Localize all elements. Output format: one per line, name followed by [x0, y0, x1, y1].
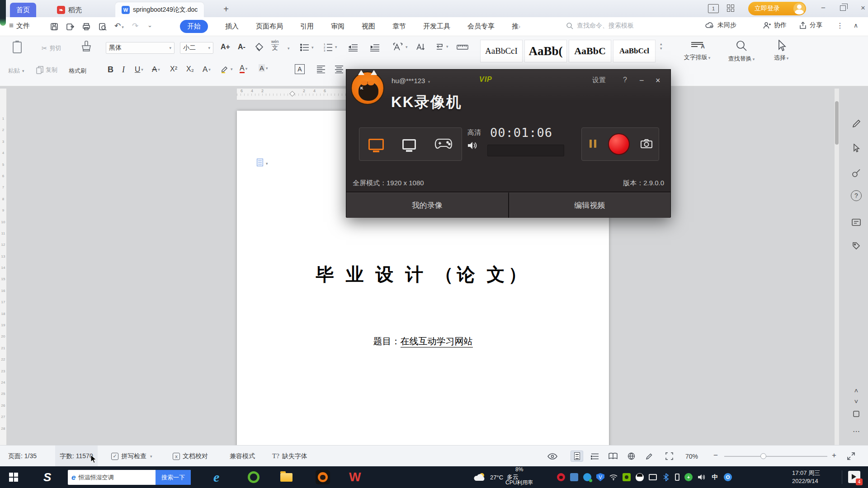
tray-wifi-icon[interactable]	[609, 473, 618, 481]
kk-quality-label[interactable]: 高清	[467, 128, 481, 137]
edit-pen-icon[interactable]	[849, 117, 863, 131]
tray-security-icon[interactable]: +	[684, 473, 693, 481]
indent-marker[interactable]	[289, 91, 295, 97]
vertical-scrollbar[interactable]	[835, 89, 839, 445]
subscript-button[interactable]: X₂	[186, 65, 194, 73]
style-heading1[interactable]: AaBb(	[524, 40, 567, 62]
start-button[interactable]	[9, 466, 18, 488]
sort-icon[interactable]	[416, 42, 425, 53]
share-button[interactable]: 分享	[799, 21, 822, 29]
grow-font-button[interactable]: A+	[221, 43, 230, 51]
tab-docer[interactable]: ❧ 稻壳	[51, 3, 88, 17]
font-size-select[interactable]: 小二 ▾	[180, 42, 213, 54]
taskbar-search[interactable]: e 恒温恒湿空调 搜索一下	[68, 470, 191, 485]
more-menu-button[interactable]: ⋮	[836, 21, 844, 30]
fullscreen-icon[interactable]	[844, 450, 857, 462]
kk-vip-badge[interactable]: VIP	[479, 75, 492, 84]
view-read-mode[interactable]	[607, 450, 619, 462]
increase-indent-icon[interactable]	[370, 43, 380, 53]
shrink-font-button[interactable]: A-	[238, 43, 245, 51]
export-icon[interactable]	[66, 22, 75, 31]
view-web-mode[interactable]	[625, 450, 637, 462]
tab-recommend[interactable]: 推›	[512, 22, 520, 31]
cut-button[interactable]: ✂ 剪切	[42, 44, 61, 52]
collapse-ribbon-button[interactable]: ∧	[854, 22, 858, 29]
page-indicator[interactable]: 页面: 1/35	[8, 446, 37, 467]
ie-browser-icon[interactable]: e	[213, 466, 219, 488]
tab-member[interactable]: 会员专享	[467, 22, 495, 31]
kk-help-button[interactable]: ?	[623, 76, 627, 84]
tab-page-layout[interactable]: 页面布局	[256, 22, 283, 31]
window-layout-icon[interactable]: 1	[708, 4, 719, 13]
page-nav-icon[interactable]	[849, 407, 863, 421]
font-color-button[interactable]: A ▾	[240, 64, 247, 73]
char-shading-button[interactable]: A ▾	[259, 64, 268, 72]
zoom-in-button[interactable]: +	[832, 451, 836, 460]
align-left-icon[interactable]	[316, 65, 326, 75]
redo-button[interactable]: ↷	[132, 21, 138, 31]
tab-dev-tools[interactable]: 开发工具	[423, 22, 450, 31]
tab-document[interactable]: W springboot249论文.doc	[115, 2, 204, 17]
kk-account[interactable]: hu@***123 ▾	[392, 77, 430, 84]
style-heading3[interactable]: AaBbCcl	[613, 40, 656, 62]
tab-section[interactable]: 章节	[392, 22, 406, 31]
screenshot-camera-icon[interactable]	[641, 139, 652, 150]
undo-button[interactable]: ↶▾	[114, 21, 124, 31]
tab-references[interactable]: 引用	[300, 22, 314, 31]
sync-status[interactable]: 未同步	[705, 21, 736, 29]
file-menu[interactable]: ≡ 文件	[9, 21, 30, 30]
tab-view[interactable]: 视图	[362, 22, 375, 31]
tray-volume-icon[interactable]	[698, 473, 706, 481]
doc-proof-button[interactable]: x 文档校对	[173, 446, 208, 467]
fullscreen-mode-icon[interactable]	[368, 139, 384, 150]
font-name-select[interactable]: 黑体 ▾	[106, 42, 175, 54]
new-tab-button[interactable]: +	[221, 4, 231, 14]
my-recordings-button[interactable]: 我的录像	[346, 192, 509, 218]
tag-icon[interactable]	[849, 239, 863, 253]
edge-dock-handle[interactable]	[0, 0, 6, 26]
view-edit-pen[interactable]	[643, 450, 656, 462]
tab-review[interactable]: 审阅	[331, 22, 344, 31]
tab-insert[interactable]: 插入	[225, 22, 239, 31]
style-gallery-scroll[interactable]: ▴ ▾	[660, 42, 662, 51]
char-scale-button[interactable]: ▾	[392, 42, 408, 52]
format-painter-button[interactable]: 格式刷	[69, 67, 86, 75]
superscript-button[interactable]: X²	[170, 65, 177, 73]
view-page-mode[interactable]	[571, 450, 583, 462]
clear-format-icon[interactable]	[254, 42, 264, 54]
decrease-indent-icon[interactable]	[348, 43, 358, 53]
search-go-button[interactable]: 搜索一下	[156, 470, 191, 485]
spell-check-button[interactable]: ✓ 拼写检查 ▾	[111, 446, 152, 467]
color-picker-icon[interactable]	[849, 166, 863, 180]
phonetic-button[interactable]: A ▾	[203, 65, 211, 74]
close-button[interactable]: ×	[856, 4, 868, 13]
tray-bluetooth-icon[interactable]	[662, 473, 670, 481]
select-tool[interactable]: 选择▾	[768, 40, 795, 62]
tray-qq-icon[interactable]	[636, 473, 644, 481]
save-icon[interactable]	[50, 22, 59, 31]
tab-home[interactable]: 首页	[10, 3, 36, 17]
bullet-list-button[interactable]: ▾	[300, 43, 314, 52]
tray-browser-o-icon[interactable]: O	[724, 473, 732, 481]
align-center-icon[interactable]	[335, 65, 344, 75]
ruler-tool-icon[interactable]	[457, 43, 468, 52]
missing-font-button[interactable]: T? 缺失字体	[272, 446, 307, 467]
kk-minimize-button[interactable]: −	[639, 76, 644, 85]
numbered-list-button[interactable]: 123 ▾	[324, 42, 337, 52]
command-search[interactable]: 查找命令、搜索模板	[566, 22, 634, 30]
pinyin-guide-button[interactable]: wén 文	[271, 40, 279, 51]
wrap-button[interactable]: ▾	[435, 42, 448, 51]
record-button[interactable]	[608, 133, 630, 155]
app-grid-icon[interactable]	[727, 5, 734, 12]
paste-icon[interactable]	[13, 42, 22, 53]
dropdown-icon[interactable]: ▾	[266, 161, 268, 166]
kk-settings-button[interactable]: 设置	[592, 76, 606, 84]
style-heading2[interactable]: AaBbC	[569, 40, 611, 62]
print-icon[interactable]	[82, 22, 91, 31]
wps-taskbar-icon[interactable]: W	[349, 466, 361, 488]
kk-taskbar-icon[interactable]	[316, 466, 330, 488]
copy-button[interactable]: 复制	[36, 66, 57, 74]
login-button[interactable]: 立即登录	[748, 2, 806, 15]
underline-button[interactable]: U ▾	[135, 65, 143, 74]
tray-usb-icon[interactable]	[570, 473, 578, 481]
